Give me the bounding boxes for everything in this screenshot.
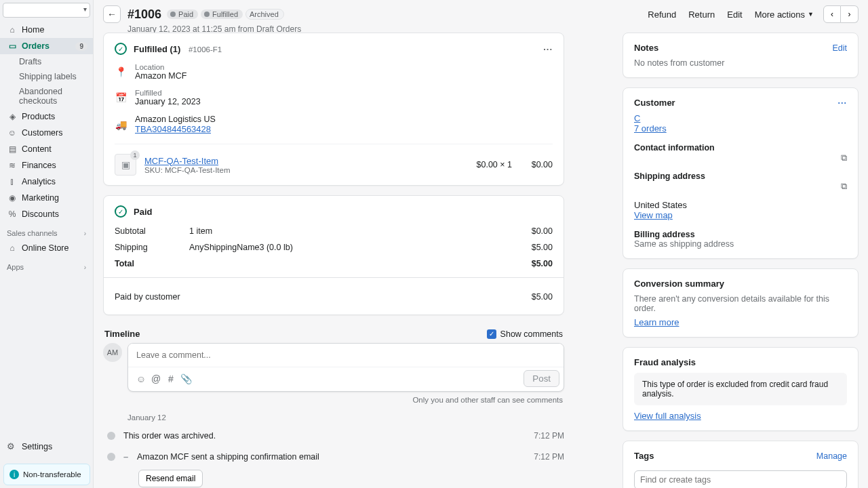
view-map-link[interactable]: View map bbox=[634, 210, 673, 220]
paid-heading: Paid bbox=[134, 207, 152, 217]
conversion-body: There aren't any conversion details avai… bbox=[634, 294, 847, 313]
nav-settings[interactable]: ⚙ Settings bbox=[0, 437, 94, 455]
fraud-heading: Fraud analysis bbox=[634, 357, 847, 367]
nav-label: Analytics bbox=[22, 177, 56, 186]
prev-order-button[interactable]: ‹ bbox=[823, 5, 841, 23]
checkbox-checked-icon: ✓ bbox=[487, 329, 496, 339]
back-button[interactable]: ← bbox=[103, 5, 121, 23]
fulfillment-id: #1006-F1 bbox=[189, 45, 222, 54]
label: Total bbox=[115, 259, 189, 268]
shipping-country: United States bbox=[634, 200, 847, 210]
manage-tags-button[interactable]: Manage bbox=[816, 451, 847, 461]
sales-channels-header[interactable]: Sales channels › bbox=[0, 225, 93, 240]
tag-icon: ◈ bbox=[7, 112, 18, 121]
customer-orders-link[interactable]: 7 orders bbox=[634, 123, 667, 134]
nav-products[interactable]: ◈ Products bbox=[0, 108, 93, 125]
nav-finances[interactable]: ≋ Finances bbox=[0, 157, 93, 174]
resend-email-button[interactable]: Resend email bbox=[138, 470, 203, 487]
person-icon: ☺ bbox=[7, 128, 18, 138]
customer-link[interactable]: C bbox=[634, 113, 640, 123]
attachment-icon[interactable]: 📎 bbox=[178, 371, 193, 386]
tracking-link[interactable]: TBA304844563428 bbox=[135, 124, 211, 134]
mention-icon[interactable]: @ bbox=[149, 371, 163, 386]
nav-marketing[interactable]: ◉ Marketing bbox=[0, 190, 93, 206]
nav-content[interactable]: ▤ Content bbox=[0, 141, 93, 157]
detail: 1 item bbox=[189, 226, 498, 236]
marketing-icon: ◉ bbox=[7, 193, 18, 203]
copy-icon[interactable]: ⧉ bbox=[841, 181, 847, 192]
post-button[interactable]: Post bbox=[524, 370, 559, 387]
line-item: ▣ 1 MCF-QA-Test-Item SKU: MCF-QA-Test-It… bbox=[115, 144, 553, 176]
check-circle-icon: ✓ bbox=[115, 43, 127, 55]
emoji-icon[interactable]: ☺ bbox=[134, 371, 149, 386]
finances-icon: ≋ bbox=[7, 161, 18, 170]
nav-label: Finances bbox=[22, 161, 56, 170]
shipping-address-label: Shipping address bbox=[634, 171, 847, 181]
archived-pill: Archived bbox=[245, 9, 284, 20]
hashtag-icon[interactable]: # bbox=[163, 371, 178, 386]
show-comments-toggle[interactable]: ✓ Show comments bbox=[487, 329, 563, 339]
copy-icon[interactable]: ⧉ bbox=[841, 152, 847, 163]
tags-heading: Tags bbox=[634, 451, 654, 461]
trial-banner[interactable]: i Non-transferable bbox=[3, 464, 90, 485]
label: Subtotal bbox=[115, 226, 189, 236]
edit-button[interactable]: Edit bbox=[727, 9, 742, 20]
nav-analytics[interactable]: ⫿ Analytics bbox=[0, 174, 93, 190]
timeline-heading: Timeline bbox=[104, 329, 140, 339]
nav-online-store[interactable]: ⌂ Online Store bbox=[0, 240, 93, 256]
timeline-section: Timeline ✓ Show comments AM ☺ @ # bbox=[103, 325, 564, 488]
contact-info-value bbox=[634, 152, 847, 162]
order-pager: ‹ › bbox=[823, 5, 859, 23]
content-icon: ▤ bbox=[7, 144, 18, 154]
tags-input[interactable] bbox=[634, 470, 847, 488]
notes-heading: Notes bbox=[634, 43, 658, 53]
staff-avatar: AM bbox=[103, 343, 122, 362]
home-icon: ⌂ bbox=[7, 25, 18, 35]
nav-orders[interactable]: ▭ Orders 9 bbox=[0, 38, 93, 54]
store-selector[interactable]: ▾ bbox=[3, 3, 90, 18]
fraud-card: Fraud analysis This type of order is exc… bbox=[623, 347, 859, 431]
view-analysis-link[interactable]: View full analysis bbox=[634, 411, 701, 421]
show-comments-label: Show comments bbox=[500, 329, 563, 339]
nav-abandoned[interactable]: Abandoned checkouts bbox=[0, 84, 93, 108]
refund-button[interactable]: Refund bbox=[648, 9, 676, 20]
nav-drafts[interactable]: Drafts bbox=[0, 54, 93, 69]
conversion-heading: Conversion summary bbox=[634, 279, 847, 289]
amount: $5.00 bbox=[498, 243, 553, 252]
amount: $5.00 bbox=[498, 292, 553, 302]
nav-label: Content bbox=[22, 144, 52, 154]
more-actions-button[interactable]: More actions ▼ bbox=[755, 9, 814, 20]
subtotal-row: Subtotal 1 item $0.00 bbox=[115, 223, 553, 239]
apps-header[interactable]: Apps › bbox=[0, 259, 93, 274]
nav-home[interactable]: ⌂ Home bbox=[0, 22, 93, 38]
order-header: ← #1006 Paid Fulfilled Archived Refund R… bbox=[94, 0, 868, 23]
nav-label: Discounts bbox=[22, 209, 59, 219]
nav-label: Home bbox=[22, 25, 44, 35]
notes-card: Notes Edit No notes from customer bbox=[623, 33, 859, 78]
nav-label: Products bbox=[22, 112, 55, 121]
total-row: Total $5.00 bbox=[115, 256, 553, 272]
order-title: #1006 bbox=[127, 7, 161, 22]
nav-customers[interactable]: ☺ Customers bbox=[0, 125, 93, 141]
nav-discounts[interactable]: % Discounts bbox=[0, 206, 93, 222]
notes-edit-button[interactable]: Edit bbox=[832, 43, 847, 53]
collapse-icon[interactable]: – bbox=[123, 451, 133, 462]
product-link[interactable]: MCF-QA-Test-Item bbox=[144, 156, 218, 166]
event-text: Amazon MCF sent a shipping confirmation … bbox=[137, 452, 319, 462]
nav-shipping-labels[interactable]: Shipping labels bbox=[0, 69, 93, 84]
chevron-down-icon: ▾ bbox=[83, 5, 87, 13]
customer-menu-button[interactable]: ··· bbox=[838, 98, 847, 108]
fulfillment-menu-button[interactable]: ··· bbox=[543, 44, 553, 54]
product-thumbnail[interactable]: ▣ 1 bbox=[115, 154, 136, 176]
fulfillment-card: ✓ Fulfilled (1) #1006-F1 ··· 📍 Location … bbox=[103, 33, 564, 186]
next-order-button[interactable]: › bbox=[841, 5, 859, 23]
learn-more-link[interactable]: Learn more bbox=[634, 317, 679, 327]
comment-input[interactable] bbox=[128, 344, 564, 367]
timeline-date: January 12 bbox=[127, 413, 564, 422]
return-button[interactable]: Return bbox=[688, 9, 715, 20]
customer-heading: Customer bbox=[634, 98, 675, 108]
gear-icon: ⚙ bbox=[7, 441, 18, 451]
orders-icon: ▭ bbox=[7, 41, 18, 51]
more-label: More actions bbox=[755, 9, 805, 20]
location-icon: 📍 bbox=[115, 63, 127, 81]
